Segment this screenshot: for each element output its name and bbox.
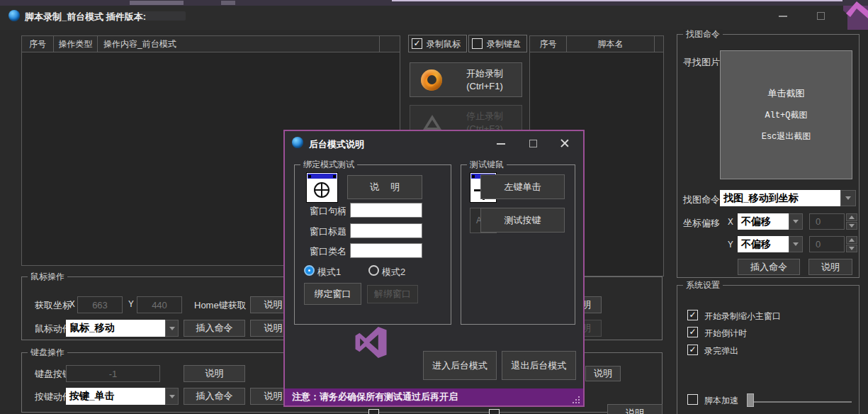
offset-y-input[interactable]: 0 bbox=[809, 236, 845, 252]
key-code-value: -1 bbox=[109, 369, 118, 379]
accelerate-slider-track[interactable] bbox=[747, 401, 852, 403]
find-image-group: 找图命令 寻找图片 单击截图 Alt+Q截图 Esc退出截图 找图命令 找图_移… bbox=[677, 34, 859, 278]
dialog-maximize-button[interactable] bbox=[524, 135, 543, 151]
mode2-radio[interactable] bbox=[368, 265, 379, 276]
spin-down-icon bbox=[849, 247, 855, 250]
home-key-label: Home键获取 bbox=[194, 299, 247, 312]
partial-help-button[interactable]: 说明 bbox=[607, 404, 663, 414]
find-command-value: 找图_移动到坐标 bbox=[723, 192, 799, 205]
unbind-window-button[interactable]: 解绑窗口 bbox=[367, 285, 418, 303]
capture-canvas[interactable]: 单击截图 Alt+Q截图 Esc退出截图 bbox=[720, 50, 852, 179]
bind-help-button[interactable]: 说明 bbox=[347, 175, 422, 199]
offset-x-number: 0 bbox=[816, 216, 821, 227]
target-window-icon bbox=[306, 172, 338, 203]
dialog-minimize-button[interactable] bbox=[492, 135, 510, 151]
window-caption-input[interactable] bbox=[350, 223, 422, 238]
find-command-dropdown-arrow[interactable] bbox=[840, 190, 856, 206]
find-command-select[interactable]: 找图_移动到坐标 bbox=[720, 190, 840, 206]
mode2-label: 模式2 bbox=[382, 266, 405, 279]
col-script-name[interactable]: 脚本名 bbox=[567, 36, 655, 52]
offset-x-dropdown-arrow[interactable] bbox=[789, 213, 803, 230]
enter-background-label: 进入后台模式 bbox=[432, 359, 487, 372]
script-accelerate-checkbox[interactable] bbox=[687, 394, 698, 405]
key-action-dropdown-arrow[interactable] bbox=[165, 388, 179, 405]
background-window-highlight bbox=[392, 0, 842, 1]
exit-background-label: 退出后台模式 bbox=[512, 359, 567, 372]
help-label: 说明 bbox=[359, 181, 411, 194]
test-key-button[interactable]: 测试按键 bbox=[480, 208, 565, 233]
system-settings-group: 系统设置 开始录制缩小主窗口 开始倒计时 录完弹出 脚本加速 bbox=[677, 285, 859, 414]
chevron-down-icon bbox=[793, 242, 799, 246]
dialog-status-text: 注意：请务必确保所有测试通过后再开启 bbox=[292, 391, 458, 403]
col-extra bbox=[380, 36, 400, 52]
find-image-insert-button[interactable]: 插入命令 bbox=[738, 259, 800, 275]
coord-y-label: Y bbox=[128, 299, 134, 310]
offset-y-value: 不偏移 bbox=[741, 238, 771, 251]
minimize-button[interactable] bbox=[774, 9, 792, 23]
mode1-radio[interactable] bbox=[304, 265, 315, 276]
bind-window-button[interactable]: 绑定窗口 bbox=[304, 283, 361, 305]
capture-hint-2: Alt+Q截图 bbox=[765, 109, 807, 121]
partial-checkbox[interactable] bbox=[489, 409, 500, 414]
spin-up-icon bbox=[849, 216, 855, 219]
offset-x-label: X bbox=[728, 217, 733, 228]
shrink-window-label: 开始录制缩小主窗口 bbox=[704, 310, 781, 323]
popup-after-record-checkbox[interactable] bbox=[687, 345, 698, 355]
dialog-status-bar: 注意：请务必确保所有测试通过后再开启 bbox=[285, 388, 583, 405]
mouse-action-dropdown-arrow[interactable] bbox=[165, 320, 179, 337]
enter-background-button[interactable]: 进入后台模式 bbox=[423, 351, 497, 380]
record-mouse-checkbox[interactable] bbox=[412, 38, 422, 49]
stop-icon bbox=[423, 115, 441, 130]
record-keyboard-checkbox-wrap[interactable]: 录制键盘 bbox=[468, 35, 527, 52]
keyboard-right-help-button[interactable]: 说明 bbox=[585, 366, 621, 381]
test-key-label: 测试按键 bbox=[505, 214, 541, 227]
offset-y-select[interactable]: 不偏移 bbox=[738, 236, 789, 252]
record-mouse-checkbox-wrap[interactable]: 录制鼠标 bbox=[408, 35, 467, 52]
key-action-value: 按键_单击 bbox=[69, 390, 115, 403]
record-keyboard-checkbox[interactable] bbox=[472, 38, 483, 49]
keyboard-ops-label: 键盘操作 bbox=[28, 347, 67, 357]
spin-down-icon bbox=[849, 224, 855, 228]
key-help-button[interactable]: 说明 bbox=[184, 365, 245, 382]
offset-y-dropdown-arrow[interactable] bbox=[789, 236, 803, 252]
offset-x-input[interactable]: 0 bbox=[809, 213, 845, 230]
exit-background-button[interactable]: 退出后台模式 bbox=[502, 351, 576, 380]
col-seq[interactable]: 序号 bbox=[22, 36, 54, 52]
left-click-test-button[interactable]: 左键单击 bbox=[480, 174, 565, 199]
scripts-table-header: 序号 脚本名 bbox=[530, 36, 663, 52]
mouse-action-select[interactable]: 鼠标_移动 bbox=[66, 320, 165, 337]
accelerate-slider-handle[interactable] bbox=[747, 393, 754, 407]
window-class-input[interactable] bbox=[350, 243, 422, 258]
key-action-select[interactable]: 按键_单击 bbox=[66, 388, 165, 405]
key-code-field: -1 bbox=[66, 365, 160, 382]
col-op-type[interactable]: 操作类型 bbox=[54, 36, 98, 52]
app-icon bbox=[9, 10, 20, 21]
coord-x-value: 663 bbox=[92, 300, 108, 310]
screen: { "window": { "title": "脚本录制_前台模式 插件版本:"… bbox=[0, 0, 868, 414]
chevron-down-icon bbox=[793, 220, 799, 223]
record-keyboard-label: 录制键盘 bbox=[487, 38, 521, 50]
window-handle-input[interactable] bbox=[350, 203, 422, 218]
col-op-content[interactable]: 操作内容_前台模式 bbox=[98, 36, 380, 52]
countdown-checkbox[interactable] bbox=[687, 327, 698, 337]
help-label: 说明 bbox=[205, 367, 224, 380]
key-insert-button[interactable]: 插入命令 bbox=[184, 388, 245, 405]
insert-label: 插入命令 bbox=[196, 390, 233, 403]
start-record-button[interactable]: 开始录制 (Ctrl+F1) bbox=[410, 62, 522, 97]
dialog-close-button[interactable] bbox=[556, 135, 574, 151]
chevron-down-icon bbox=[169, 395, 175, 398]
col-script-seq[interactable]: 序号 bbox=[530, 36, 567, 52]
maximize-button[interactable] bbox=[812, 9, 830, 23]
partial-checkbox[interactable] bbox=[368, 409, 379, 414]
offset-x-spinner[interactable] bbox=[846, 213, 857, 230]
chevron-down-icon bbox=[169, 327, 175, 330]
pink-overlay-shape bbox=[836, 0, 868, 32]
capture-hint-1: 单击截图 bbox=[768, 87, 805, 100]
bind-window-label: 绑定窗口 bbox=[315, 288, 351, 301]
find-image-help-button[interactable]: 说明 bbox=[808, 259, 852, 275]
offset-y-spinner[interactable] bbox=[846, 236, 857, 252]
resize-grip-icon[interactable] bbox=[573, 396, 580, 403]
mouse-insert-button[interactable]: 插入命令 bbox=[184, 320, 245, 337]
shrink-window-checkbox[interactable] bbox=[687, 310, 698, 320]
offset-x-select[interactable]: 不偏移 bbox=[738, 213, 789, 230]
